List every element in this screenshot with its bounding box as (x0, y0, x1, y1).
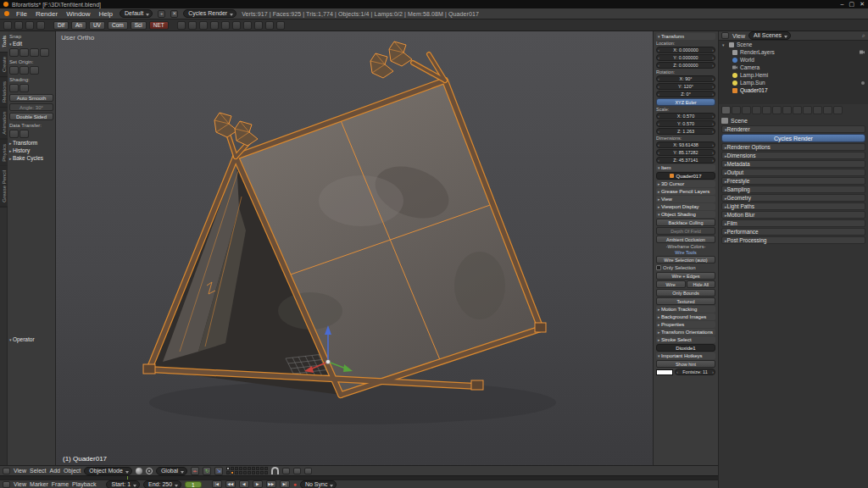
menu-marker[interactable]: Marker (30, 481, 48, 487)
outliner-row-scene[interactable]: ▾ Scene (719, 41, 868, 48)
physics-icon[interactable] (254, 21, 263, 30)
tab-physics-icon[interactable] (833, 106, 843, 114)
location-z-field[interactable]: Z: 0.000000 (656, 62, 715, 69)
scale-icon[interactable] (30, 48, 39, 57)
play-reverse-button[interactable]: ◀ (239, 480, 249, 488)
menu-render[interactable]: Render (34, 10, 59, 18)
ambient-occlusion-button[interactable]: Ambient Occlusion (656, 236, 715, 243)
tab-constraints-icon[interactable] (772, 106, 782, 114)
hint-color-swatch[interactable] (656, 369, 673, 375)
toolbar-button-uv[interactable]: UV (89, 21, 105, 30)
current-frame-field[interactable]: 1 (185, 481, 202, 488)
panel-output[interactable]: Output (721, 169, 865, 176)
shade-smooth-icon[interactable] (9, 84, 19, 92)
modifier-icon[interactable] (265, 21, 274, 30)
panel-film[interactable]: Film (721, 219, 865, 227)
editor-type-icon[interactable] (3, 468, 10, 474)
toolbar-button-an[interactable]: An (71, 21, 86, 30)
menu-object[interactable]: Object (64, 468, 81, 474)
menu-frame[interactable]: Frame (52, 481, 69, 487)
panel-header-3d-cursor[interactable]: 3D Cursor (656, 180, 715, 187)
panel-metadata[interactable]: Metadata (721, 160, 865, 168)
menu-window[interactable]: Window (64, 10, 92, 18)
manipulator-translate-icon[interactable]: ↞ (191, 467, 199, 475)
rotation-mode-dropdown[interactable]: XYZ Euler (656, 98, 715, 106)
tab-object-icon[interactable] (762, 106, 771, 114)
menu-view[interactable]: View (14, 481, 26, 487)
panel-dimensions[interactable]: Dimensions (721, 152, 865, 159)
tab-texture-icon[interactable] (813, 106, 822, 114)
viewport-canvas[interactable] (56, 31, 653, 465)
outliner-row-lamp-hemi[interactable]: Lamp.Hemi (719, 71, 868, 79)
menu-file[interactable]: File (14, 10, 29, 18)
tab-particles-icon[interactable] (823, 106, 832, 114)
fontsize-field[interactable]: Fontsize: 11 (675, 369, 715, 375)
engine-dropdown[interactable]: Cycles Render (721, 134, 865, 142)
maximize-button[interactable]: ▢ (849, 1, 855, 8)
backface-culling-button[interactable]: Backface Culling (656, 219, 715, 226)
menu-add[interactable]: Add (50, 468, 60, 474)
panel-header-viewport-display[interactable]: Viewport Display (656, 203, 715, 210)
add-layout-button[interactable]: + (158, 10, 165, 18)
next-keyframe-button[interactable]: ▶▶ (266, 480, 276, 488)
panel-motion-blur[interactable]: Motion Blur (721, 211, 865, 219)
tab-grease-pencil[interactable]: Grease Pencil (0, 166, 8, 208)
panel-header-operator[interactable]: Operator (9, 336, 53, 342)
rotate-icon[interactable] (19, 48, 29, 57)
tab-world-icon[interactable] (752, 106, 761, 114)
toolbar-button-dif[interactable]: Dif (53, 21, 69, 30)
panel-header-history[interactable]: History (9, 147, 53, 153)
double-sided-button[interactable]: Double Sided (9, 113, 53, 120)
outliner-view-menu[interactable]: View (732, 33, 745, 39)
sync-dropdown[interactable]: No Sync (300, 480, 337, 488)
pivot-center-icon[interactable] (146, 468, 153, 474)
menu-help[interactable]: Help (97, 10, 114, 18)
tab-data-icon[interactable] (793, 106, 802, 114)
minimize-button[interactable]: – (841, 1, 844, 8)
panel-header-view[interactable]: View (656, 196, 715, 202)
angle-slider[interactable]: Angle: 30° (9, 103, 53, 111)
jump-end-button[interactable]: ▶| (280, 480, 290, 488)
panel-header-important-hotkeys[interactable]: Important Hotkeys (656, 352, 715, 359)
dimension-y-field[interactable]: Y: 85.17282 (656, 149, 715, 156)
search-icon[interactable]: ⌕ (862, 32, 865, 39)
panel-header-properties[interactable]: Properties (656, 321, 715, 328)
manipulator-scale-icon[interactable]: ⇲ (214, 467, 223, 475)
outliner-row-lamp-sun[interactable]: Lamp.Sun (719, 79, 868, 86)
expand-icon[interactable]: ▾ (722, 42, 726, 47)
particles-icon[interactable] (243, 21, 252, 30)
manipulator-rotate-icon[interactable]: ↻ (203, 467, 211, 475)
origin-geometry-icon[interactable] (9, 66, 19, 75)
texture-icon[interactable] (221, 21, 230, 30)
redo-icon[interactable] (36, 21, 45, 30)
menu-select[interactable]: Select (30, 468, 46, 474)
snap-magnet-icon[interactable] (271, 467, 279, 474)
tab-create[interactable]: Create (0, 53, 8, 77)
tab-animation[interactable]: Animation (0, 108, 8, 140)
toolbar-button-com[interactable]: Com (108, 21, 128, 30)
prev-keyframe-button[interactable]: ◀◀ (225, 480, 236, 488)
material-icon[interactable] (210, 21, 219, 30)
camera-icon[interactable] (188, 21, 197, 30)
dimension-z-field[interactable]: Z: 45.37141 (656, 157, 715, 164)
show-hint-button[interactable]: Show hint (656, 360, 715, 368)
tab-scene-icon[interactable] (742, 106, 751, 114)
outliner-row-quader017[interactable]: Quader017 (719, 86, 868, 94)
scale-x-field[interactable]: X: 0.570 (656, 113, 715, 119)
constraint-icon[interactable] (276, 21, 285, 30)
location-y-field[interactable]: Y: 0.000000 (656, 54, 715, 61)
tab-modifiers-icon[interactable] (782, 106, 792, 114)
toolbar-button-net[interactable]: NET (149, 21, 169, 30)
translate-icon[interactable] (9, 48, 19, 57)
panel-header-stroke-select[interactable]: Stroke Select (656, 336, 715, 343)
tab-render-layers-icon[interactable] (732, 106, 741, 114)
stroke-select-field[interactable]: Dioxide1 (656, 344, 715, 352)
menu-view[interactable]: View (14, 468, 26, 474)
scale-y-field[interactable]: Y: 0.570 (656, 120, 715, 127)
rotation-z-field[interactable]: Z: 0° (656, 91, 715, 97)
tab-tools[interactable]: Tools (0, 31, 8, 53)
panel-renderer-options[interactable]: Renderer Options (721, 143, 865, 151)
outliner-scope-dropdown[interactable]: All Scenes (748, 31, 791, 40)
open-icon[interactable] (3, 21, 12, 30)
rotation-y-field[interactable]: Y: 120° (656, 83, 715, 90)
